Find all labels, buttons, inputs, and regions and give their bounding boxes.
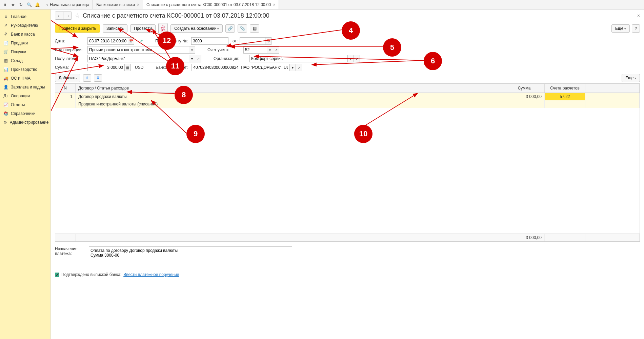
calendar-icon[interactable]: 📅 bbox=[128, 37, 134, 45]
open-icon[interactable]: ↗ bbox=[273, 46, 279, 54]
dropdown-icon[interactable]: ▾ bbox=[348, 55, 354, 62]
back-button[interactable]: ← bbox=[55, 12, 63, 19]
report-icon: 📈 bbox=[3, 102, 8, 107]
confirm-checkbox[interactable] bbox=[55, 273, 59, 277]
open-icon[interactable]: ↗ bbox=[354, 55, 360, 62]
sidebar-item-label: Покупки bbox=[11, 49, 26, 54]
dropdown-icon[interactable]: ▾ bbox=[290, 64, 296, 71]
sidebar-item-sales[interactable]: 📄Продажи bbox=[0, 39, 51, 47]
table-row[interactable]: 1 Договор продажи валюты 3 000,00 57.22 bbox=[55, 93, 640, 100]
tab-document[interactable]: Списание с расчетного счета КС00-000001 … bbox=[143, 0, 279, 9]
more-button[interactable]: Еще bbox=[622, 74, 640, 82]
post-button[interactable]: Провести bbox=[130, 24, 156, 33]
tab-label: Списание с расчетного счета КС00-000001 … bbox=[146, 2, 271, 7]
sidebar-item-label: Производство bbox=[11, 67, 37, 72]
search-icon[interactable]: 🔍 bbox=[26, 2, 32, 7]
date-input[interactable] bbox=[87, 37, 128, 45]
link-button[interactable]: 🔗 bbox=[225, 24, 235, 33]
home-icon: ⌂ bbox=[45, 2, 48, 7]
account-input[interactable] bbox=[243, 46, 267, 54]
cell-tail bbox=[585, 93, 640, 100]
calendar-icon[interactable]: 📅 bbox=[265, 37, 271, 45]
callout-10: 10 bbox=[354, 125, 373, 143]
sidebar-item-reports[interactable]: 📈Отчеты bbox=[0, 100, 51, 109]
more-button[interactable]: Еще bbox=[611, 24, 630, 33]
org-label: Организация: bbox=[214, 56, 247, 61]
docdate-input[interactable] bbox=[240, 37, 265, 45]
help-button[interactable]: ? bbox=[632, 24, 640, 33]
post-and-close-button[interactable]: Провести и закрыть bbox=[55, 24, 100, 33]
chart-icon: ↗ bbox=[3, 23, 8, 28]
sidebar-item-production[interactable]: 📊Производство bbox=[0, 65, 51, 74]
sidebar-item-label: Главное bbox=[11, 14, 26, 19]
sidebar: ≡Главное ↗Руководителю ₽Банк и касса 📄Пр… bbox=[0, 9, 51, 339]
close-icon[interactable]: × bbox=[137, 2, 139, 7]
bell-icon[interactable]: 🔔 bbox=[35, 2, 40, 7]
form-button[interactable]: ▤ bbox=[250, 24, 259, 33]
sidebar-item-purchases[interactable]: 🛒Покупки bbox=[0, 47, 51, 56]
from-label: от: bbox=[233, 39, 238, 43]
sidebar-item-catalogs[interactable]: 📚Справочники bbox=[0, 109, 51, 118]
sum-input[interactable] bbox=[87, 64, 125, 71]
sidebar-item-bank[interactable]: ₽Банк и касса bbox=[0, 30, 51, 39]
account-label: Счет учета: bbox=[207, 47, 241, 52]
add-button[interactable]: Добавить bbox=[55, 74, 80, 82]
dropdown-icon[interactable]: ▾ bbox=[189, 46, 195, 54]
dtkt-icon: Дт bbox=[3, 94, 8, 98]
purpose-label: Назначение платежа: bbox=[55, 246, 85, 256]
tab-label: Банковские выписки bbox=[96, 2, 135, 7]
sidebar-item-manager[interactable]: ↗Руководителю bbox=[0, 21, 51, 30]
confirm-block: Подтверждено выпиской банка: Ввести плат… bbox=[55, 272, 640, 277]
create-based-button[interactable]: Создать на основании bbox=[170, 24, 223, 33]
cell-acc[interactable]: 57.22 bbox=[545, 93, 585, 100]
move-up-button[interactable]: ⇧ bbox=[83, 74, 91, 82]
attach-button[interactable]: 📎 bbox=[238, 24, 247, 33]
form: Дата: 📅 ⟳ По документу №: от: 📅 Вид опер… bbox=[55, 37, 640, 71]
sync-icon[interactable]: ⟳ bbox=[140, 39, 143, 43]
close-icon[interactable]: × bbox=[273, 2, 275, 7]
forward-button[interactable]: → bbox=[63, 12, 72, 19]
sidebar-item-label: Операции bbox=[11, 94, 30, 98]
grid-icon: ▦ bbox=[3, 58, 8, 63]
calc-icon[interactable]: ▦ bbox=[125, 64, 131, 71]
sidebar-item-label: Руководителю bbox=[11, 23, 38, 28]
callout-9: 9 bbox=[186, 125, 205, 143]
table: N Договор / Статья расходов Сумма Счета … bbox=[55, 83, 640, 242]
bankacc-input[interactable] bbox=[192, 64, 290, 71]
favorite-icon[interactable]: ☆ bbox=[75, 12, 80, 19]
optype-input[interactable] bbox=[87, 46, 189, 54]
enter-payment-link[interactable]: Ввести платежное поручение bbox=[123, 272, 179, 277]
tab-statements[interactable]: Банковские выписки × bbox=[93, 0, 143, 9]
open-icon[interactable]: ↗ bbox=[296, 64, 302, 71]
move-down-button[interactable]: ⇩ bbox=[94, 74, 102, 82]
sidebar-item-warehouse[interactable]: ▦Склад bbox=[0, 56, 51, 65]
close-icon[interactable]: × bbox=[637, 13, 640, 18]
recipient-label: Получатель: bbox=[55, 56, 85, 61]
callout-11: 11 bbox=[166, 57, 184, 75]
sidebar-item-operations[interactable]: ДтОперации bbox=[0, 92, 51, 100]
tab-home[interactable]: ⌂ Начальная страница bbox=[42, 0, 93, 9]
sum-label: Сумма: bbox=[55, 65, 85, 70]
dropdown-icon[interactable]: ▾ bbox=[267, 46, 273, 54]
apps-icon[interactable]: ⠿ bbox=[2, 2, 7, 7]
optype-label: Вид операции: bbox=[55, 47, 85, 52]
star-icon[interactable]: ★ bbox=[10, 2, 16, 7]
history-icon[interactable]: ↻ bbox=[18, 2, 24, 7]
table-row-sub[interactable]: Продажа иностранной валюты (списание) bbox=[55, 100, 640, 108]
date-label: Дата: bbox=[55, 39, 85, 43]
docnum-input[interactable] bbox=[191, 37, 228, 45]
sidebar-item-admin[interactable]: ⚙Администрирование bbox=[0, 118, 51, 127]
open-icon[interactable]: ↗ bbox=[195, 55, 201, 62]
purpose-textarea[interactable]: Оплата по договору Договор продажи валют… bbox=[89, 246, 292, 268]
sidebar-item-label: Справочники bbox=[11, 111, 36, 116]
sidebar-item-assets[interactable]: 🚚ОС и НМА bbox=[0, 74, 51, 83]
table-header: N Договор / Статья расходов Сумма Счета … bbox=[55, 84, 640, 93]
cell-n: 1 bbox=[55, 93, 76, 100]
bars-icon: 📊 bbox=[3, 67, 8, 72]
tab-label: Начальная страница bbox=[50, 2, 89, 7]
sidebar-item-payroll[interactable]: 👤Зарплата и кадры bbox=[0, 83, 51, 92]
save-button[interactable]: Записать bbox=[103, 24, 127, 33]
sidebar-item-main[interactable]: ≡Главное bbox=[0, 12, 51, 21]
org-input[interactable] bbox=[249, 55, 348, 62]
dropdown-icon[interactable]: ▾ bbox=[189, 55, 195, 62]
